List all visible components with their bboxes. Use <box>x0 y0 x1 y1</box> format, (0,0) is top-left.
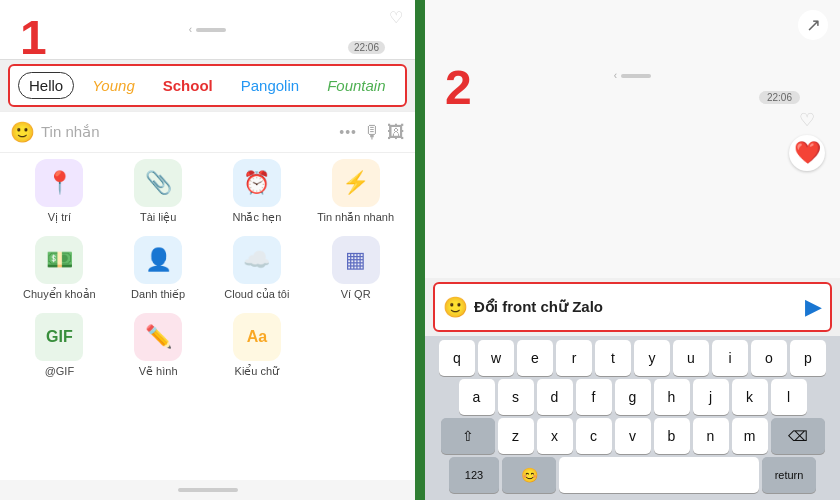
key-number[interactable]: 123 <box>449 457 499 493</box>
app-quickmsg[interactable]: ⚡ Tin nhắn nhanh <box>316 159 396 224</box>
app-font[interactable]: Aa Kiểu chữ <box>217 313 297 378</box>
app-transfer[interactable]: 💵 Chuyển khoản <box>19 236 99 301</box>
reminder-icon: ⏰ <box>233 159 281 207</box>
app-reminder-label: Nhắc hẹn <box>232 211 281 224</box>
font-school[interactable]: School <box>153 73 223 98</box>
app-card[interactable]: 👤 Danh thiếp <box>118 236 198 301</box>
keyboard-row-3: ⇧ z x c v b n m ⌫ <box>427 418 838 454</box>
key-b[interactable]: b <box>654 418 690 454</box>
key-emoji[interactable]: 😊 <box>502 457 556 493</box>
key-m[interactable]: m <box>732 418 768 454</box>
key-h[interactable]: h <box>654 379 690 415</box>
keyboard: q w e r t y u i o p a s d f g h j k l ⇧ … <box>425 336 840 500</box>
key-x[interactable]: x <box>537 418 573 454</box>
heart-outline-icon[interactable]: ♡ <box>799 109 815 131</box>
cloud-icon: ☁️ <box>233 236 281 284</box>
key-s[interactable]: s <box>498 379 534 415</box>
font-icon: Aa <box>233 313 281 361</box>
time-badge: 22:06 <box>348 41 385 54</box>
key-f[interactable]: f <box>576 379 612 415</box>
right-scroll-area: ‹ <box>435 70 830 81</box>
app-qr[interactable]: ▦ Ví QR <box>316 236 396 301</box>
key-c[interactable]: c <box>576 418 612 454</box>
key-delete[interactable]: ⌫ <box>771 418 825 454</box>
left-panel: 1 ‹ ♡ 22:06 Hello Young School Pangolin … <box>0 0 415 500</box>
font-fountain[interactable]: Fountain <box>317 73 395 98</box>
heart-container: ♡ ❤️ <box>789 109 825 171</box>
more-icon[interactable]: ••• <box>339 124 357 140</box>
app-gif-label: @GIF <box>45 365 75 377</box>
keyboard-row-4: 123 😊 return <box>427 457 838 493</box>
key-return[interactable]: return <box>762 457 816 493</box>
key-i[interactable]: i <box>712 340 748 376</box>
step-1-label: 1 <box>20 10 47 65</box>
right-panel: 2 ↗ ‹ 22:06 ♡ ❤️ 🙂 Đổi front chữ Zalo ▶ … <box>425 0 840 500</box>
key-j[interactable]: j <box>693 379 729 415</box>
home-indicator <box>178 488 238 492</box>
key-o[interactable]: o <box>751 340 787 376</box>
message-placeholder[interactable]: Tin nhắn <box>41 123 333 141</box>
draw-icon: ✏️ <box>134 313 182 361</box>
message-bar: 🙂 Tin nhắn ••• 🎙 🖼 <box>0 111 415 153</box>
heart-red-icon[interactable]: ❤️ <box>789 135 825 171</box>
key-w[interactable]: w <box>478 340 514 376</box>
key-e[interactable]: e <box>517 340 553 376</box>
scroll-bar <box>196 28 226 32</box>
app-location[interactable]: 📍 Vị trí <box>19 159 99 224</box>
document-icon: 📎 <box>134 159 182 207</box>
key-shift[interactable]: ⇧ <box>441 418 495 454</box>
right-scroll-bar <box>621 74 651 78</box>
divider <box>415 0 425 500</box>
key-u[interactable]: u <box>673 340 709 376</box>
transfer-icon: 💵 <box>35 236 83 284</box>
font-young[interactable]: Young <box>82 73 145 98</box>
app-card-label: Danh thiếp <box>131 288 185 301</box>
left-arrow: ‹ <box>614 70 617 81</box>
key-g[interactable]: g <box>615 379 651 415</box>
font-pangolin[interactable]: Pangolin <box>231 73 309 98</box>
app-cloud[interactable]: ☁️ Cloud của tôi <box>217 236 297 301</box>
key-l[interactable]: l <box>771 379 807 415</box>
app-transfer-label: Chuyển khoản <box>23 288 96 301</box>
font-selector-row: Hello Young School Pangolin Fountain <box>8 64 407 107</box>
key-q[interactable]: q <box>439 340 475 376</box>
key-n[interactable]: n <box>693 418 729 454</box>
key-p[interactable]: p <box>790 340 826 376</box>
app-reminder[interactable]: ⏰ Nhắc hẹn <box>217 159 297 224</box>
font-hello[interactable]: Hello <box>18 72 74 99</box>
gif-icon: GIF <box>35 313 83 361</box>
app-row-3: GIF @GIF ✏️ Vẽ hình Aa Kiểu chữ <box>0 307 415 384</box>
quickmsg-icon: ⚡ <box>332 159 380 207</box>
key-t[interactable]: t <box>595 340 631 376</box>
key-k[interactable]: k <box>732 379 768 415</box>
app-qr-label: Ví QR <box>341 288 371 300</box>
image-icon[interactable]: 🖼 <box>387 122 405 143</box>
key-z[interactable]: z <box>498 418 534 454</box>
send-button[interactable]: ▶ <box>805 294 822 320</box>
key-a[interactable]: a <box>459 379 495 415</box>
key-v[interactable]: v <box>615 418 651 454</box>
emoji-icon[interactable]: 🙂 <box>10 120 35 144</box>
keyboard-row-1: q w e r t y u i o p <box>427 340 838 376</box>
right-chat-area: ↗ ‹ 22:06 ♡ ❤️ <box>425 0 840 278</box>
app-draw[interactable]: ✏️ Vẽ hình <box>118 313 198 378</box>
mic-icon[interactable]: 🎙 <box>363 122 381 143</box>
step-2-label: 2 <box>445 60 472 115</box>
right-input-area[interactable]: 🙂 Đổi front chữ Zalo ▶ <box>433 282 832 332</box>
key-y[interactable]: y <box>634 340 670 376</box>
share-icon[interactable]: ↗ <box>798 10 828 40</box>
right-emoji-icon[interactable]: 🙂 <box>443 295 468 319</box>
right-scroll-indicator: ‹ <box>614 70 651 81</box>
right-input-text[interactable]: Đổi front chữ Zalo <box>474 298 799 316</box>
app-document[interactable]: 📎 Tài liệu <box>118 159 198 224</box>
app-gif[interactable]: GIF @GIF <box>19 313 99 378</box>
app-placeholder <box>316 313 396 378</box>
qr-icon: ▦ <box>332 236 380 284</box>
key-d[interactable]: d <box>537 379 573 415</box>
bottom-bar <box>0 480 415 500</box>
key-r[interactable]: r <box>556 340 592 376</box>
chat-area-top: ‹ ♡ 22:06 <box>0 0 415 60</box>
key-space[interactable] <box>559 457 759 493</box>
app-quickmsg-label: Tin nhắn nhanh <box>317 211 394 224</box>
app-grid: 📍 Vị trí 📎 Tài liệu ⏰ Nhắc hẹn ⚡ Tin nhắ… <box>0 153 415 480</box>
